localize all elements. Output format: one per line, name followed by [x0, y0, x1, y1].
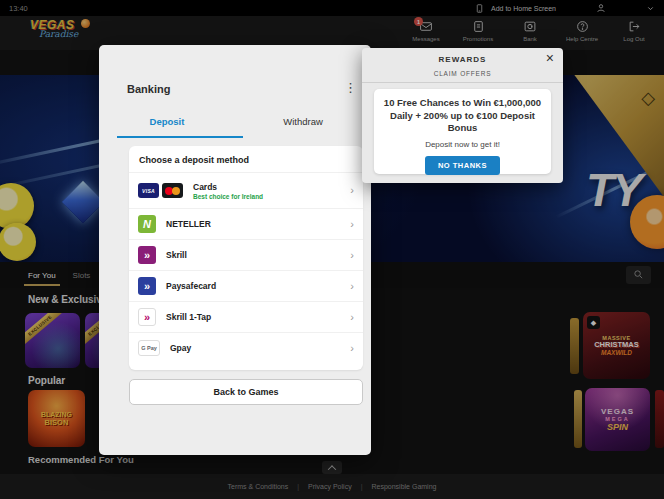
deposit-method-card: Choose a deposit method VISA Cards Best … [129, 146, 363, 370]
deposit-method-paysafecard[interactable]: » Paysafecard › [129, 270, 363, 301]
casino-app-screen: 13:40 Add to Home Screen VEGAS Paradise … [0, 0, 664, 499]
deposit-method-skrill-1tap[interactable]: » Skrill 1-Tap › [129, 301, 363, 332]
active-tab-underline [117, 136, 243, 138]
chevron-right-icon: › [350, 281, 354, 292]
close-icon[interactable]: × [546, 50, 554, 66]
method-subtitle: Best choice for Ireland [193, 193, 263, 200]
method-name: Skrill [166, 250, 187, 260]
tab-deposit[interactable]: Deposit [99, 109, 235, 137]
rewards-title: REWARDS [362, 55, 563, 64]
neteller-icon: N [138, 215, 156, 233]
visa-icon: VISA [138, 183, 159, 198]
banking-tabs: Deposit Withdraw [99, 109, 371, 137]
choose-method-label: Choose a deposit method [129, 146, 363, 172]
method-name: Paysafecard [166, 281, 216, 291]
rewards-panel: REWARDS × CLAIM OFFERS 10 Free Chances t… [362, 48, 563, 183]
skrill-1tap-icon: » [138, 308, 156, 326]
deposit-method-skrill[interactable]: » Skrill › [129, 239, 363, 270]
banking-modal-title: Banking [127, 83, 170, 95]
tab-withdraw[interactable]: Withdraw [235, 109, 371, 137]
kebab-menu-icon[interactable]: ⋮ [344, 80, 357, 95]
method-name: Skrill 1-Tap [166, 312, 211, 322]
gpay-icon: G Pay [138, 340, 160, 356]
offer-text: 10 Free Chances to Win €1,000,000 Daily … [382, 97, 543, 135]
offer-hint: Deposit now to get it! [382, 140, 543, 149]
rewards-divider [362, 82, 563, 83]
mastercard-icon [162, 183, 183, 198]
deposit-method-gpay[interactable]: G Pay Gpay › [129, 332, 363, 363]
claim-offers-tab[interactable]: CLAIM OFFERS [362, 70, 563, 77]
method-name: NETELLER [166, 219, 211, 229]
method-name: Gpay [170, 343, 191, 353]
skrill-icon: » [138, 246, 156, 264]
chevron-right-icon: › [350, 343, 354, 354]
back-to-games-button[interactable]: Back to Games [129, 379, 363, 405]
no-thanks-button[interactable]: NO THANKS [425, 156, 500, 175]
banking-modal: Banking ⋮ Deposit Withdraw Choose a depo… [99, 45, 371, 455]
chevron-right-icon: › [350, 312, 354, 323]
chevron-right-icon: › [350, 219, 354, 230]
chevron-right-icon: › [350, 185, 354, 196]
offer-card: 10 Free Chances to Win €1,000,000 Daily … [374, 89, 551, 174]
paysafecard-icon: » [138, 277, 156, 295]
deposit-method-cards[interactable]: VISA Cards Best choice for Ireland › [129, 172, 363, 208]
chevron-right-icon: › [350, 250, 354, 261]
deposit-method-neteller[interactable]: N NETELLER › [129, 208, 363, 239]
method-name: Cards [193, 182, 263, 192]
